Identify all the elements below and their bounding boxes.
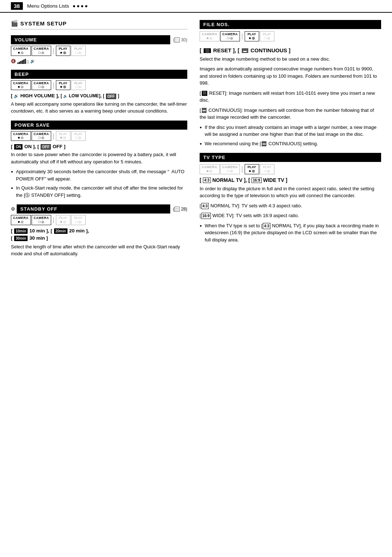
system-setup-icon: 🎬: [11, 20, 18, 27]
standby-off-section: ⚙ STANDBY OFF (□ 28) CAMERA ■ ◎ CAMERA □…: [11, 204, 187, 257]
file-nos-play1-btn: PLAY ■ ◎: [245, 31, 259, 41]
reset-bullet2: We recommend using the [▬ CONTINUOUS] se…: [200, 140, 381, 147]
page-header: 38 Menu Options Lists ●●●●: [0, 0, 392, 13]
beep-body: A beep will accompany some operations li…: [11, 101, 187, 115]
tv-wide-detail: [16:9 WIDE TV]: TV sets with 16:9 aspect…: [200, 212, 381, 219]
power-save-btn-group: CAMERA ■ ◎ CAMERA □·◎ | PLAY ■ ◎ PLAY □·…: [11, 131, 187, 141]
btn-divider6: |: [241, 165, 243, 173]
btn-divider1: |: [53, 47, 54, 54]
btn-divider4: |: [53, 216, 54, 224]
beep-play1-btn: PLAY ■ ◎: [56, 80, 70, 90]
reset-body1: Select the image numbering method to be …: [200, 56, 381, 63]
volume-level-indicator: 🔇 🔊: [11, 59, 187, 64]
tv-type-play2-btn: PLAY □·◎: [260, 164, 274, 174]
standby-off-btn-group: CAMERA ■ ◎ CAMERA □·◎ | PLAY ■ ◎ PLAY □·…: [11, 215, 187, 225]
tv-type-play1-btn: PLAY ■ ◎: [245, 164, 259, 174]
reset-body2: Images are automatically assigned consec…: [200, 65, 381, 87]
reset-bullet1: If the disc you insert already contains …: [200, 124, 381, 138]
beep-btn-group: CAMERA ■ ◎ CAMERA □·◎ | PLAY ■ ◎ PLAY □·…: [11, 80, 187, 90]
tv-normal-detail: [4:3 NORMAL TV]: TV sets with 4:3 aspect…: [200, 202, 381, 210]
standby-icon: ⚙: [11, 206, 15, 212]
power-save-bullet1: Approximately 30 seconds before the camc…: [11, 168, 187, 182]
file-nos-play2-btn: PLAY □·◎: [260, 31, 274, 41]
tv-type-section: TV TYPE CAMERA ■ ◎ CAMERA □·◎ | PLAY ■ ◎…: [200, 153, 381, 243]
power-save-play2-btn: PLAY □·◎: [71, 131, 86, 141]
standby-play1-btn: PLAY ■ ◎: [56, 215, 70, 225]
tv-type-cam1-btn: CAMERA ■ ◎: [200, 164, 220, 174]
dotted-divider: [11, 29, 187, 29]
right-column: FILE NOS. CAMERA ■ ◎ CAMERA □·◎ | PLAY ■…: [196, 20, 381, 263]
volume-box: VOLUME: [11, 35, 170, 44]
volume-play2-btn: PLAY □·◎: [71, 46, 86, 56]
volume-cam1-btn: CAMERA ■ ◎: [11, 46, 31, 56]
standby-cam1-btn: CAMERA ■ ◎: [11, 215, 31, 225]
file-nos-cam1-btn: CAMERA ■ ◎: [200, 31, 220, 41]
power-save-box: POWER SAVE: [11, 121, 187, 130]
reset-continuous-heading: [ ⬛ RESET ], [ ▬ CONTINUOUS ]: [200, 47, 381, 53]
tv-type-cam2-btn: CAMERA □·◎: [220, 164, 240, 174]
volume-btn-group: CAMERA ■ ◎ CAMERA □·◎ | PLAY ■ ◎ PLAY □·…: [11, 46, 187, 56]
btn-divider2: |: [53, 81, 54, 89]
tv-type-heading: [ 4:3 NORMAL TV ], [ 16:9 WIDE TV ]: [200, 177, 381, 183]
high-volume-label: [ 🔊 HIGH VOLUME ], [ 🔉 LOW VOLUME], [ OF…: [11, 93, 187, 99]
standby-30min: [ 30min 30 min ]: [11, 235, 187, 241]
btn-divider5: |: [241, 32, 243, 40]
beep-cam1-btn: CAMERA ■ ◎: [11, 80, 31, 90]
power-save-body1: In order to save power when the camcorde…: [11, 151, 187, 165]
volume-section: VOLUME (□ 30) CAMERA ■ ◎ CAMERA □·◎ | PL…: [11, 35, 187, 64]
page-title: Menu Options Lists ●●●●: [27, 3, 89, 9]
file-nos-box: FILE NOS.: [200, 20, 381, 29]
tv-type-bullet: When the TV type is set to [4:3 NORMAL T…: [200, 222, 381, 244]
beep-section: BEEP CAMERA ■ ◎ CAMERA □·◎ | PLAY ■ ◎ PL…: [11, 70, 187, 115]
reset-detail: [⬛ RESET]: Image numbers will restart fr…: [200, 90, 381, 104]
standby-mins: [ 10min 10 min ], [ 20min 20 min ],: [11, 228, 187, 234]
tv-type-btn-group: CAMERA ■ ◎ CAMERA □·◎ | PLAY ■ ◎ PLAY □·…: [200, 164, 381, 174]
header-dots: ●●●●: [73, 3, 89, 9]
file-nos-btn-group: CAMERA ■ ◎ CAMERA □·◎ | PLAY ■ ◎ PLAY □·…: [200, 31, 381, 41]
system-setup-section: 🎬 SYSTEM SETUP: [11, 20, 187, 29]
power-save-cam2-btn: CAMERA □·◎: [32, 131, 52, 141]
tv-type-box: TV TYPE: [200, 153, 381, 162]
power-save-bullet2: In Quick-Start ready mode, the camcorder…: [11, 184, 187, 199]
page-number: 38: [11, 2, 23, 10]
system-setup-title: SYSTEM SETUP: [20, 20, 67, 27]
file-nos-section: FILE NOS. CAMERA ■ ◎ CAMERA □·◎ | PLAY ■…: [200, 20, 381, 41]
standby-play2-btn: PLAY □·◎: [71, 215, 86, 225]
beep-box: BEEP: [11, 70, 187, 79]
standby-cam2-btn: CAMERA □·◎: [32, 215, 52, 225]
volume-play1-btn: PLAY ■ ◎: [56, 46, 70, 56]
power-save-section: POWER SAVE CAMERA ■ ◎ CAMERA □·◎ | PLAY …: [11, 121, 187, 199]
standby-page-ref: (□ 28): [173, 207, 187, 212]
power-save-play1-btn: PLAY ■ ◎: [56, 131, 70, 141]
tv-type-body: In order to display the picture in full …: [200, 185, 381, 199]
power-save-cam1-btn: CAMERA ■ ◎: [11, 131, 31, 141]
volume-page-ref: (□ 30): [173, 37, 187, 42]
volume-cam2-btn: CAMERA □·◎: [32, 46, 52, 56]
left-column: 🎬 SYSTEM SETUP VOLUME (□ 30) CAMERA ■ ◎: [11, 20, 196, 263]
standby-off-box: STANDBY OFF: [17, 204, 170, 214]
standby-body: Select the length of time after which th…: [11, 243, 187, 257]
main-content: 🎬 SYSTEM SETUP VOLUME (□ 30) CAMERA ■ ◎: [0, 20, 392, 263]
continuous-detail: [▬ CONTINUOUS]: Image numbers will conti…: [200, 107, 381, 121]
file-nos-cam2-btn: CAMERA □·◎: [220, 31, 240, 41]
reset-continuous-section: [ ⬛ RESET ], [ ▬ CONTINUOUS ] Select the…: [200, 47, 381, 147]
btn-divider3: |: [53, 132, 54, 140]
beep-cam2-btn: CAMERA □·◎: [32, 80, 52, 90]
power-save-on-off: [ ON ON ], [ OFF OFF ]: [11, 144, 187, 150]
system-setup-header: 🎬 SYSTEM SETUP: [11, 20, 187, 27]
beep-play2-btn: PLAY □·◎: [71, 80, 86, 90]
